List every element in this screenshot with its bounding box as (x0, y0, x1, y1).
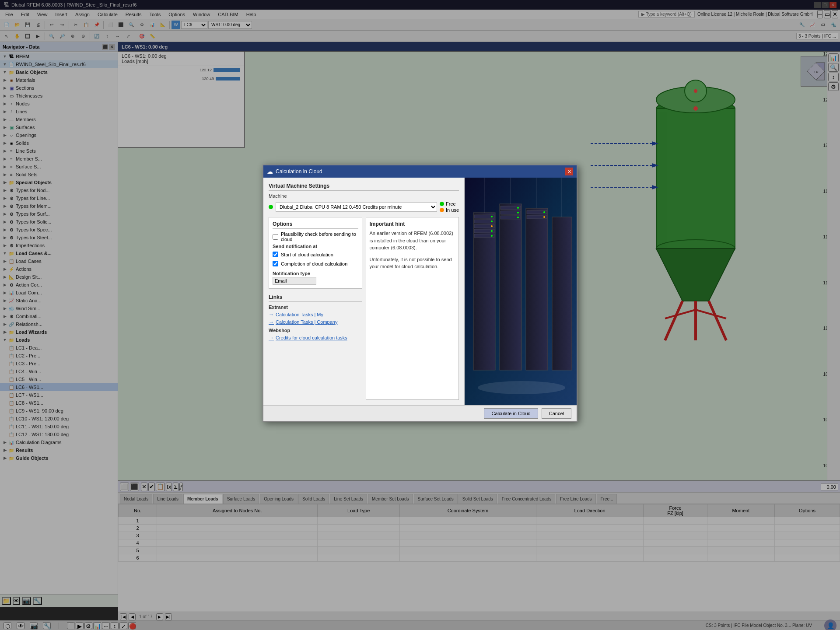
plausibility-label: Plausibility check before sending to clo… (281, 231, 358, 242)
notif-type-label: Notification type (273, 271, 358, 276)
machine-green-dot (269, 205, 273, 209)
modal-options-col: Options Plausibility check before sendin… (269, 217, 362, 400)
modal-hint-col: Important hint An earlier version of RFE… (366, 217, 459, 400)
vm-settings-section: Virtual Machine Settings Machine Dlubal_… (269, 183, 459, 213)
svg-point-48 (543, 216, 545, 218)
machine-dropdown[interactable]: Dlubal_2 Dlubal CPU 8 RAM 12 0.450 Credi… (276, 202, 437, 212)
modal-title-left: ☁ Calculation in Cloud (267, 168, 322, 175)
modal-right (465, 178, 577, 405)
cancel-btn[interactable]: Cancel (542, 408, 571, 419)
modal-bg-image (465, 178, 577, 405)
server-svg (465, 178, 577, 405)
modal-cloud-icon: ☁ (267, 168, 273, 175)
svg-rect-28 (552, 217, 572, 370)
svg-point-32 (491, 220, 493, 222)
svg-point-24 (478, 381, 565, 394)
notif-start-label: Start of cloud calculation (281, 252, 333, 257)
modal-body: Virtual Machine Settings Machine Dlubal_… (263, 178, 577, 405)
options-title: Options (273, 221, 358, 229)
notif-start-checkbox[interactable] (273, 252, 278, 257)
plausibility-row: Plausibility check before sending to clo… (273, 231, 358, 242)
free-label: Free (446, 201, 456, 206)
extranet-label: Extranet (269, 304, 362, 310)
legend-free: Free (440, 201, 459, 206)
link2-arrow: → (269, 319, 274, 325)
notif-complete-checkbox[interactable] (273, 261, 278, 266)
link3-item[interactable]: → Credits for cloud calculation tasks (269, 335, 362, 341)
hint-text-2: Unfortunately, it is not possible to sen… (370, 256, 455, 270)
legend-container: Free In use (440, 201, 459, 213)
hint-text-1: An earlier version of RFEM (6.08.0002) i… (370, 230, 455, 252)
svg-point-42 (517, 212, 519, 214)
modal-titlebar: ☁ Calculation in Cloud ✕ (263, 165, 577, 178)
modal-overlay: ☁ Calculation in Cloud ✕ Virtual Machine… (0, 0, 840, 630)
hint-box: Important hint An earlier version of RFE… (366, 217, 459, 400)
link1-arrow: → (269, 312, 274, 318)
links-title: Links (269, 294, 362, 302)
notif-complete-row: Completion of cloud calculation (273, 261, 358, 266)
svg-point-44 (517, 217, 519, 218)
link1-label: Calculation Tasks | My (276, 312, 323, 317)
notif-type-input[interactable] (273, 277, 316, 285)
svg-rect-27 (526, 208, 548, 370)
plausibility-checkbox[interactable] (273, 234, 278, 240)
link2-item[interactable]: → Calculation Tasks | Company (269, 319, 362, 325)
inuse-dot (440, 208, 444, 212)
link2-label: Calculation Tasks | Company (276, 319, 337, 325)
vm-settings-title: Virtual Machine Settings (269, 183, 459, 191)
svg-point-38 (491, 235, 493, 237)
machine-row: Machine (269, 193, 459, 199)
legend-inuse: In use (440, 207, 459, 213)
svg-rect-26 (500, 204, 522, 370)
notif-section: Send notification at Start of cloud calc… (273, 244, 358, 268)
modal-dialog: ☁ Calculation in Cloud ✕ Virtual Machine… (262, 164, 578, 422)
inuse-label: In use (446, 207, 459, 213)
notif-start-row: Start of cloud calculation (273, 252, 358, 257)
machine-select-row: Dlubal_2 Dlubal CPU 8 RAM 12 0.450 Credi… (269, 201, 459, 213)
webshop-label: Webshop (269, 328, 362, 333)
free-dot (440, 202, 444, 206)
svg-point-36 (491, 230, 493, 232)
link3-arrow: → (269, 335, 274, 341)
hint-title: Important hint (370, 221, 455, 227)
notif-type-section: Notification type (273, 271, 358, 285)
notif-label: Send notification at (273, 244, 358, 249)
modal-footer: Calculate in Cloud Cancel (263, 405, 577, 421)
modal-left: Virtual Machine Settings Machine Dlubal_… (263, 178, 465, 405)
modal-close-btn[interactable]: ✕ (565, 168, 573, 175)
link1-item[interactable]: → Calculation Tasks | My (269, 312, 362, 318)
options-box: Options Plausibility check before sendin… (269, 217, 362, 289)
link3-label: Credits for cloud calculation tasks (276, 335, 347, 340)
svg-point-30 (491, 216, 493, 217)
modal-title-text: Calculation in Cloud (276, 168, 322, 175)
links-section: Links Extranet → Calculation Tasks | My … (269, 292, 362, 344)
modal-two-col: Options Plausibility check before sendin… (269, 217, 459, 400)
svg-point-40 (517, 207, 519, 209)
machine-label: Machine (269, 193, 287, 199)
calculate-cloud-btn[interactable]: Calculate in Cloud (484, 408, 538, 419)
notif-complete-label: Completion of cloud calculation (281, 261, 347, 266)
svg-point-46 (543, 211, 545, 213)
svg-point-34 (491, 225, 493, 227)
